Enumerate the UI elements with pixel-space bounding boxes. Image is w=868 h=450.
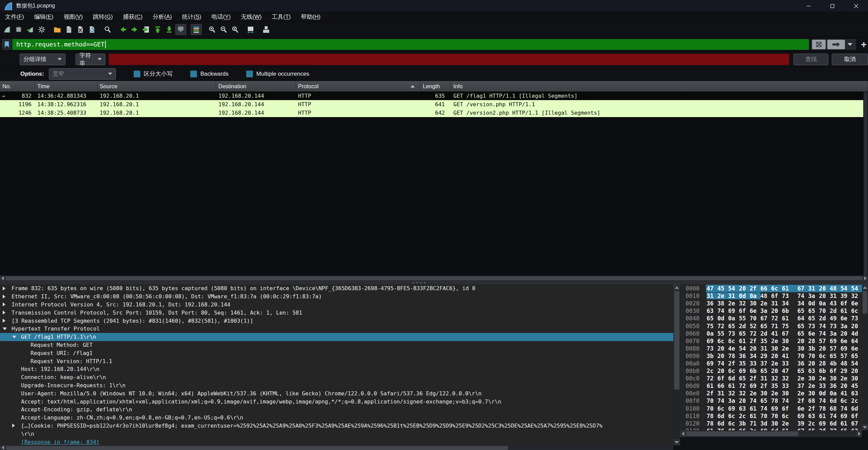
hex-byte[interactable]: 74 <box>819 330 830 337</box>
hex-byte[interactable]: 20 <box>819 293 830 299</box>
hex-byte[interactable]: 69 <box>707 360 717 367</box>
hex-byte[interactable]: 30 <box>851 375 862 382</box>
hex-row-0110[interactable]: 0110786d6c2c6170706c69636174696f <box>680 412 862 420</box>
hex-byte[interactable]: 65 <box>761 323 771 330</box>
hex-byte[interactable]: 31 <box>761 345 771 352</box>
hex-horizontal-scrollbar[interactable] <box>680 430 862 437</box>
hex-byte[interactable]: 72 <box>717 323 728 330</box>
hex-byte[interactable]: 67 <box>797 285 808 292</box>
hex-byte[interactable]: 61 <box>841 420 851 427</box>
menu-wireless[interactable]: 无线(W) <box>236 12 267 22</box>
hex-byte[interactable]: 66 <box>739 428 750 430</box>
hex-byte[interactable]: 6c <box>717 338 728 344</box>
scroll-right-arrow[interactable] <box>856 430 862 437</box>
hex-byte[interactable]: 2c <box>707 368 717 374</box>
display-columns-button[interactable]: 123 <box>261 24 272 35</box>
hex-byte[interactable]: 33 <box>819 382 830 389</box>
hex-byte[interactable]: 41 <box>771 330 782 337</box>
hex-byte[interactable]: 65 <box>797 368 808 374</box>
filter-clear-button[interactable] <box>812 40 826 49</box>
hex-byte[interactable]: 0d <box>808 300 819 307</box>
scroll-left-arrow[interactable] <box>680 430 686 437</box>
hex-byte[interactable]: 32 <box>728 390 739 397</box>
expand-arrow-icon[interactable] <box>12 424 15 428</box>
hex-byte[interactable]: 48 <box>830 285 841 292</box>
hex-byte[interactable]: 65 <box>739 330 750 337</box>
hex-byte[interactable]: 6e <box>841 338 851 344</box>
backwards-checkbox[interactable]: Backwards <box>190 70 229 78</box>
menu-telephony[interactable]: 电话(Y) <box>206 12 236 22</box>
hex-byte[interactable]: 2e <box>797 390 808 397</box>
hex-byte[interactable]: 6f <box>782 405 793 412</box>
hex-byte[interactable]: 63 <box>739 405 750 412</box>
hex-row-0010[interactable]: 0010312e310d0a486f73743a20313932 <box>680 292 862 300</box>
goto-packet-button[interactable] <box>141 24 152 35</box>
hex-row-00f0[interactable]: 00f070743a20746578742f68746d6c2c <box>680 397 862 405</box>
hex-byte[interactable]: 69 <box>728 428 739 430</box>
hex-byte[interactable]: 69 <box>771 405 782 412</box>
hex-byte[interactable]: 74 <box>797 293 808 299</box>
hex-byte[interactable]: 6f <box>830 368 841 374</box>
hex-byte[interactable]: 30 <box>830 375 841 382</box>
hex-byte[interactable]: 49 <box>830 315 841 322</box>
scroll-down-arrow[interactable] <box>862 424 868 430</box>
hex-byte[interactable]: 2e <box>841 375 851 382</box>
start-capture-button[interactable] <box>2 24 13 35</box>
hex-byte[interactable]: 4e <box>728 345 739 352</box>
pane-splitter[interactable] <box>0 281 868 284</box>
hex-byte[interactable]: 6c <box>728 338 739 344</box>
hex-byte[interactable]: 72 <box>707 375 717 382</box>
hex-byte[interactable]: 30 <box>771 345 782 352</box>
hex-byte[interactable]: 70 <box>707 405 717 412</box>
detail-line[interactable]: Internet Protocol Version 4, Src: 192.16… <box>0 301 673 309</box>
hex-byte[interactable]: 61 <box>819 413 830 419</box>
column-header-no[interactable]: No. <box>0 81 35 91</box>
hex-byte[interactable]: 74 <box>717 397 728 404</box>
hex-byte[interactable]: 70 <box>771 413 782 419</box>
expand-arrow-icon[interactable] <box>3 311 5 315</box>
scroll-right-arrow[interactable] <box>863 276 868 281</box>
hex-byte[interactable]: 6d <box>728 375 739 382</box>
menu-tools[interactable]: 工具(T) <box>267 12 296 22</box>
scroll-left-arrow[interactable] <box>0 445 5 450</box>
hex-byte[interactable]: 65 <box>761 397 771 404</box>
hex-byte[interactable]: 65 <box>707 315 717 322</box>
menu-help[interactable]: 帮助(H) <box>296 12 326 22</box>
scrollbar-thumb[interactable] <box>674 291 679 390</box>
hex-byte[interactable]: 3b <box>808 345 819 352</box>
close-file-button[interactable] <box>75 24 86 35</box>
hex-byte[interactable]: 72 <box>750 330 761 337</box>
hex-row-0000[interactable]: 0000474554202f666c61673120485454 <box>680 285 862 292</box>
hex-byte[interactable]: 2f <box>707 390 717 397</box>
column-header-protocol[interactable]: Protocol <box>296 81 420 91</box>
hex-byte[interactable]: 70 <box>761 413 771 419</box>
hex-byte[interactable]: 61 <box>782 315 793 322</box>
hex-byte[interactable]: 20 <box>819 285 830 292</box>
hex-byte[interactable]: 54 <box>841 285 851 292</box>
hex-byte[interactable]: 2d <box>819 315 830 322</box>
hex-byte[interactable]: 41 <box>841 390 851 397</box>
hex-byte[interactable]: 65 <box>851 353 862 359</box>
hex-byte[interactable]: 4b <box>830 360 841 367</box>
hex-byte[interactable]: 35 <box>761 338 771 344</box>
hex-byte[interactable]: 76 <box>717 428 728 430</box>
hex-byte[interactable]: 70 <box>750 315 761 322</box>
menu-file[interactable]: 文件(F) <box>0 12 29 22</box>
hex-byte[interactable]: 68 <box>830 405 841 412</box>
hex-byte[interactable]: 0a <box>750 293 761 299</box>
hex-byte[interactable]: 57 <box>841 353 851 359</box>
hex-byte[interactable]: 6f <box>851 413 862 419</box>
hex-byte[interactable]: 6d <box>830 420 841 427</box>
detail-line[interactable]: Accept: text/html,application/xhtml+xml,… <box>0 397 673 406</box>
zoom-out-button[interactable] <box>218 24 229 35</box>
hex-byte[interactable]: 47 <box>782 368 793 374</box>
hex-byte[interactable]: 20 <box>717 368 728 374</box>
hex-byte[interactable]: 74 <box>782 397 793 404</box>
hex-byte[interactable]: 48 <box>761 293 771 299</box>
hex-byte[interactable]: 69 <box>761 428 771 430</box>
hex-byte[interactable]: 36 <box>739 353 750 359</box>
hex-row-0090[interactable]: 00903b2078363429204170706c655765 <box>680 352 862 360</box>
hex-byte[interactable]: 33 <box>782 382 793 389</box>
hex-byte[interactable]: 2e <box>750 390 761 397</box>
hex-byte[interactable]: 20 <box>851 368 862 374</box>
